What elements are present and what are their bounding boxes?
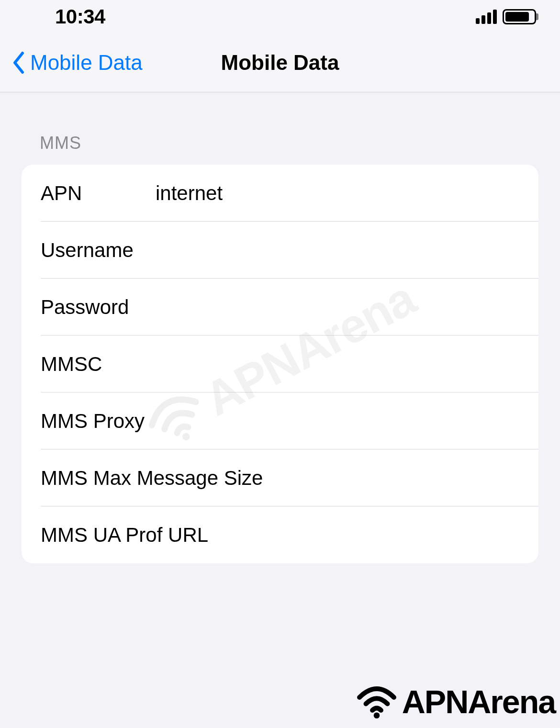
back-button[interactable]: Mobile Data bbox=[12, 51, 143, 75]
input-mmsc[interactable] bbox=[156, 353, 519, 376]
battery-icon bbox=[503, 9, 536, 24]
svg-point-1 bbox=[373, 713, 380, 719]
back-label: Mobile Data bbox=[30, 51, 143, 75]
watermark-bottom: APNArena bbox=[355, 680, 555, 723]
input-username[interactable] bbox=[156, 239, 519, 262]
page-title: Mobile Data bbox=[221, 51, 339, 75]
navigation-bar: Mobile Data Mobile Data bbox=[0, 34, 560, 92]
section-header-mms: MMS bbox=[40, 133, 538, 153]
row-mms-proxy[interactable]: MMS Proxy bbox=[22, 392, 538, 449]
input-apn[interactable] bbox=[156, 182, 519, 205]
label-username: Username bbox=[41, 239, 156, 262]
label-password: Password bbox=[41, 296, 156, 319]
input-mms-ua-prof[interactable] bbox=[267, 524, 519, 547]
status-indicators bbox=[476, 9, 536, 24]
input-password[interactable] bbox=[156, 296, 519, 319]
content-area: MMS APN Username Password MMSC MMS Proxy… bbox=[0, 133, 560, 563]
input-mms-proxy[interactable] bbox=[156, 410, 519, 433]
label-mms-max-size: MMS Max Message Size bbox=[41, 467, 267, 490]
row-username[interactable]: Username bbox=[22, 222, 538, 279]
mms-settings-group: APN Username Password MMSC MMS Proxy MMS… bbox=[22, 165, 538, 563]
watermark-bottom-text: APNArena bbox=[402, 683, 555, 720]
label-mms-ua-prof: MMS UA Prof URL bbox=[41, 524, 267, 547]
cellular-signal-icon bbox=[476, 10, 497, 24]
status-time: 10:34 bbox=[55, 5, 105, 28]
row-mmsc[interactable]: MMSC bbox=[22, 336, 538, 392]
row-apn[interactable]: APN bbox=[22, 165, 538, 222]
label-mmsc: MMSC bbox=[41, 353, 156, 376]
wifi-icon bbox=[355, 680, 398, 723]
input-mms-max-size[interactable] bbox=[267, 467, 519, 490]
row-mms-max-size[interactable]: MMS Max Message Size bbox=[22, 449, 538, 506]
row-mms-ua-prof[interactable]: MMS UA Prof URL bbox=[22, 506, 538, 563]
label-apn: APN bbox=[41, 182, 156, 205]
row-password[interactable]: Password bbox=[22, 279, 538, 336]
status-bar: 10:34 bbox=[0, 0, 560, 34]
label-mms-proxy: MMS Proxy bbox=[41, 410, 156, 433]
chevron-left-icon bbox=[12, 51, 25, 74]
